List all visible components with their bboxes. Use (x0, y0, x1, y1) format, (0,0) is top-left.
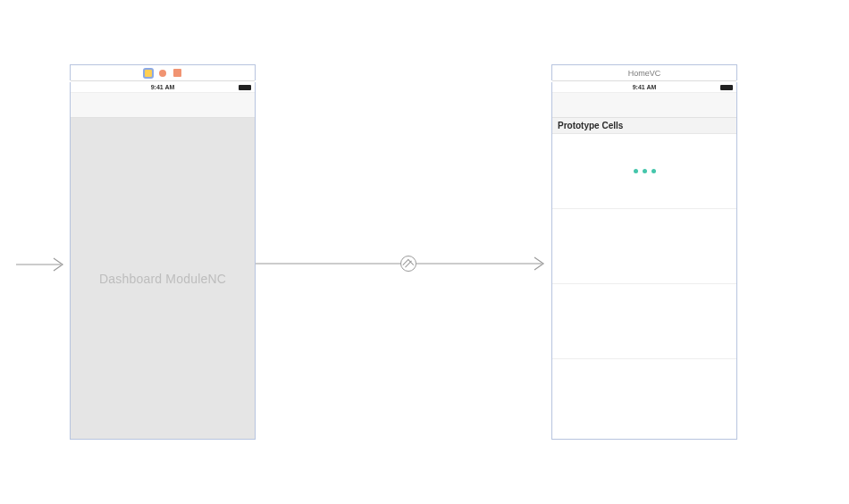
storyboard-canvas[interactable]: 9:41 AM Dashboard ModuleNC HomeVC 9:41 A… (0, 0, 849, 504)
exit-icon (172, 69, 181, 78)
page-dot-icon (651, 169, 656, 173)
prototype-cells-header: Prototype Cells (552, 118, 736, 134)
scene-title: HomeVC (552, 65, 736, 81)
entry-arrow-icon (16, 254, 70, 275)
battery-icon (720, 85, 733, 90)
battery-icon (239, 85, 251, 90)
navigation-bar (552, 93, 736, 118)
first-responder-icon (158, 69, 167, 78)
status-bar: 9:41 AM (552, 82, 736, 93)
segue-arrow-icon (416, 253, 552, 274)
vc-placeholder-label: Dashboard ModuleNC (99, 272, 226, 286)
status-time: 9:41 AM (87, 84, 239, 90)
nav-controller-icon (144, 69, 153, 78)
prototype-cell[interactable] (552, 284, 736, 359)
page-control[interactable] (634, 169, 656, 173)
scene-header-home[interactable]: HomeVC (551, 64, 737, 80)
prototype-cell[interactable] (552, 209, 736, 284)
status-time: 9:41 AM (568, 84, 720, 90)
segue-line-icon (256, 258, 403, 269)
scene-header-dashboard[interactable] (70, 64, 256, 80)
scene-header-icons (71, 65, 255, 81)
status-bar: 9:41 AM (71, 82, 255, 93)
page-dot-icon (634, 169, 638, 173)
page-dot-icon (643, 169, 647, 173)
prototype-cell[interactable] (552, 134, 736, 209)
table-view[interactable]: Prototype Cells (552, 118, 736, 359)
dashboard-scene[interactable]: 9:41 AM Dashboard ModuleNC (70, 82, 256, 440)
vc-content: Dashboard ModuleNC (71, 118, 255, 440)
segue-indicator[interactable] (400, 256, 416, 272)
home-scene[interactable]: 9:41 AM Prototype Cells (551, 82, 737, 440)
navigation-bar (71, 93, 255, 118)
segue-show-icon (405, 260, 412, 267)
